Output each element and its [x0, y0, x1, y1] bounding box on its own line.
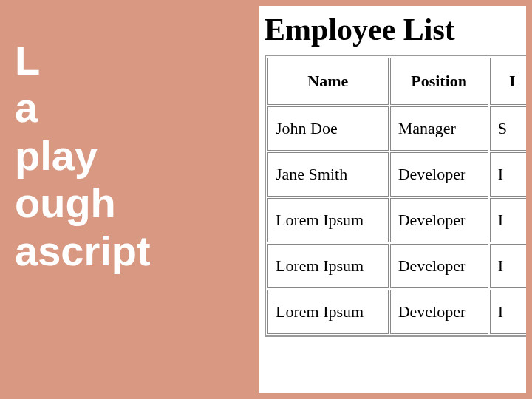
col-header-position: Position — [390, 58, 488, 105]
col-header-name: Name — [267, 58, 389, 105]
cell-position: Developer — [390, 244, 488, 288]
left-cropped-text: L a play ough ascript — [0, 37, 151, 275]
cell-name: Jane Smith — [267, 152, 389, 197]
content-panel: Employee List Name Position I John Doe M… — [259, 6, 526, 393]
left-line-4: ough — [15, 180, 151, 227]
cell-position: Manager — [390, 106, 488, 151]
cell-extra: I — [490, 290, 526, 334]
cell-position: Developer — [390, 198, 488, 242]
cell-name: Lorem Ipsum — [267, 198, 389, 242]
cell-extra: S — [490, 106, 526, 151]
page-title: Employee List — [265, 12, 520, 47]
cell-name: Lorem Ipsum — [267, 290, 389, 334]
left-line-2: a — [15, 84, 151, 132]
table-row: John Doe Manager S — [267, 106, 526, 151]
left-line-3: play — [15, 132, 151, 180]
cell-position: Developer — [390, 152, 488, 197]
cell-position: Developer — [390, 290, 488, 334]
table-header-row: Name Position I — [267, 58, 526, 105]
left-line-1: L — [15, 37, 151, 84]
cell-extra: I — [490, 152, 526, 197]
table-row: Jane Smith Developer I — [267, 152, 526, 197]
col-header-extra: I — [490, 58, 526, 105]
employee-table: Name Position I John Doe Manager S Jane … — [265, 55, 526, 337]
table-row: Lorem Ipsum Developer I — [267, 290, 526, 334]
table-row: Lorem Ipsum Developer I — [267, 244, 526, 288]
cell-name: John Doe — [267, 106, 389, 151]
cell-name: Lorem Ipsum — [267, 244, 389, 288]
cell-extra: I — [490, 244, 526, 288]
cell-extra: I — [490, 198, 526, 242]
left-line-5: ascript — [15, 228, 151, 275]
table-row: Lorem Ipsum Developer I — [267, 198, 526, 242]
